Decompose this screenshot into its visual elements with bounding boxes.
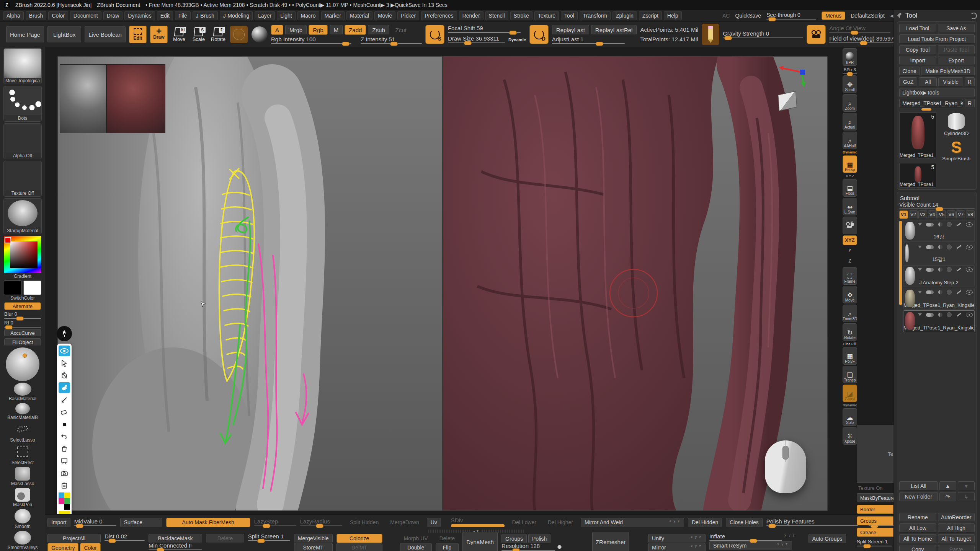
color-palette[interactable] xyxy=(59,492,70,510)
geometry-toggle[interactable]: Geometry xyxy=(47,543,78,551)
polish-button[interactable]: Polish xyxy=(528,534,550,543)
move-to-top-button[interactable]: ↷ xyxy=(939,492,956,501)
polypaint-icon[interactable] xyxy=(926,313,934,317)
paint-icon[interactable] xyxy=(956,313,961,316)
polypaint-icon[interactable] xyxy=(926,223,934,227)
subtool-title[interactable]: Subtool xyxy=(899,194,975,202)
swatch-selectrect[interactable]: SelectRect xyxy=(11,444,34,465)
goz-r-button[interactable]: R xyxy=(965,77,975,86)
current-brush-slot[interactable]: Move Topologica xyxy=(3,48,42,84)
copy-subtool-button[interactable]: Copy xyxy=(899,545,936,551)
secondary-color-swatch[interactable] xyxy=(23,280,41,295)
alpha-a-toggle[interactable]: A xyxy=(271,25,283,35)
subtool-tab-v6[interactable]: V6 xyxy=(947,210,956,219)
uv-button[interactable]: Uv xyxy=(427,518,441,527)
switchcolor-label[interactable]: SwitchColor xyxy=(10,295,35,301)
swatch-smoothvalleys[interactable]: SmoothValleys xyxy=(7,531,38,550)
move-down-button[interactable]: ▼ xyxy=(958,481,975,491)
adjust-last-slider[interactable]: AdjustLast 1 xyxy=(552,37,625,44)
all-to-home-button[interactable]: All To Home xyxy=(899,534,936,543)
transp-button[interactable]: ❏Transp xyxy=(843,366,857,383)
sdiv-slider[interactable]: SDiv xyxy=(451,518,505,527)
persp-button[interactable]: ▦Persp xyxy=(843,155,857,173)
menu-document[interactable]: Document xyxy=(70,11,101,20)
current-stroke-slot[interactable]: Dots xyxy=(3,86,42,122)
camera-icon[interactable] xyxy=(807,25,826,44)
fillobject-button[interactable]: FillObject xyxy=(4,338,41,346)
size-dot-button[interactable] xyxy=(59,419,70,430)
dist-slider[interactable]: Dist 0.02 xyxy=(105,534,145,541)
subtool-tab-v5[interactable]: V5 xyxy=(938,210,946,219)
all-high-button[interactable]: All High xyxy=(938,523,975,533)
menu-stencil[interactable]: Stencil xyxy=(485,11,508,20)
clone-button[interactable]: Clone xyxy=(899,67,920,76)
viewport-right[interactable] xyxy=(443,57,827,510)
gravity-strength-slider[interactable]: Gravity Strength 0 xyxy=(723,31,803,38)
paste-subtool-button[interactable]: Paste xyxy=(938,545,975,551)
displacement-icon[interactable] xyxy=(947,312,952,317)
swatch-basicmaterialb[interactable]: BasicMaterialB xyxy=(7,403,38,420)
paste-tool-button[interactable]: Paste Tool xyxy=(938,45,975,54)
swatch-maskpen[interactable]: MaskPen xyxy=(13,488,32,507)
flip-button[interactable]: Flip xyxy=(436,543,459,551)
zoom3d-button[interactable]: ⌕Zoom3D xyxy=(843,305,857,322)
edit-mode-button[interactable]: Edit xyxy=(129,26,147,43)
visibility-eye-icon[interactable] xyxy=(966,313,973,317)
tool-item-merged-tpose1-2[interactable]: 5 Merged_TPose1_ xyxy=(899,163,936,187)
angle-of-view-slider[interactable]: Angle Of View xyxy=(829,26,890,33)
subtool-tab-v2[interactable]: V2 xyxy=(909,210,918,219)
menu-light[interactable]: Light xyxy=(277,11,295,20)
scroll-button[interactable]: ✥Scroll xyxy=(843,75,857,93)
rotate-y-button[interactable]: Y xyxy=(843,246,857,256)
menu-zscript[interactable]: Zscript xyxy=(639,11,662,20)
subtool-tab-v8[interactable]: V8 xyxy=(966,210,975,219)
zadd-toggle[interactable]: Zadd xyxy=(345,25,366,35)
color-toggle[interactable]: Color xyxy=(80,543,100,551)
rgb-toggle[interactable]: Rgb xyxy=(309,25,328,35)
rf-slider[interactable]: Rf 0 xyxy=(4,320,41,328)
screenshot-camera-button[interactable] xyxy=(59,468,70,479)
subtool-row-4[interactable]: Merged_TPose1_Ryan_Kingslie xyxy=(903,288,975,310)
lsym-button[interactable]: ⇹L.Sym xyxy=(843,198,857,215)
menu-brush[interactable]: Brush xyxy=(26,11,47,20)
menu-preferences[interactable]: Preferences xyxy=(421,11,457,20)
paint-icon[interactable] xyxy=(956,267,961,271)
current-tool-name[interactable]: Merged_TPose1_Ryan_Kingsli xyxy=(899,99,963,108)
polypaint-icon[interactable] xyxy=(926,268,934,272)
color-picker[interactable] xyxy=(3,236,42,273)
show-hide-eye-button[interactable] xyxy=(59,346,70,356)
crease-button[interactable]: Crease xyxy=(857,528,893,537)
stroke-icon[interactable]: S xyxy=(425,25,444,44)
subtool-tab-v4[interactable]: V4 xyxy=(928,210,937,219)
pen-pressure-icon[interactable] xyxy=(702,24,719,45)
displacement-icon[interactable] xyxy=(947,267,952,272)
all-to-target-button[interactable]: All To Target xyxy=(938,534,975,543)
live-boolean-button[interactable]: Live Boolean xyxy=(85,26,126,43)
uv-icon[interactable] xyxy=(938,245,942,249)
gradient-label[interactable]: Gradient xyxy=(14,274,31,279)
delmt-button[interactable]: DelMT xyxy=(336,543,382,551)
remesh-arrow-icon[interactable] xyxy=(918,223,922,226)
paint-icon[interactable] xyxy=(956,290,961,294)
default-zscript-button[interactable]: DefaultZScript xyxy=(851,13,885,19)
double-button[interactable]: Double xyxy=(400,543,432,551)
lazystep-slider[interactable]: LazyStep xyxy=(254,519,296,526)
timer-tool-button[interactable] xyxy=(59,370,70,381)
rotate3d-button[interactable]: ↻Rotate xyxy=(843,323,857,341)
current-material-sphere[interactable] xyxy=(252,26,268,42)
menu-layer[interactable]: Layer xyxy=(255,11,275,20)
spix-slider[interactable]: SPix 3 xyxy=(843,67,857,74)
visibility-eye-icon[interactable] xyxy=(966,290,973,295)
frame-button[interactable]: ⛶Frame xyxy=(843,267,857,285)
load-tool-button[interactable]: Load Tool xyxy=(899,24,936,33)
polypaint-icon[interactable] xyxy=(926,290,934,294)
move3d-button[interactable]: ✥Move xyxy=(843,286,857,303)
subtool-row-1[interactable]: 16강 xyxy=(903,220,975,242)
whiteboard-button[interactable] xyxy=(59,456,70,466)
zcut-toggle[interactable]: Zcut xyxy=(391,25,411,35)
auto-mask-fibermesh-button[interactable]: Auto Mask FiberMesh xyxy=(166,518,250,527)
bpr-button[interactable]: BPR xyxy=(843,48,857,66)
menu-color[interactable]: Color xyxy=(48,11,68,20)
subtool-row-2[interactable]: 15강1 xyxy=(903,243,975,264)
move-mode-button[interactable]: M Move xyxy=(171,27,187,42)
